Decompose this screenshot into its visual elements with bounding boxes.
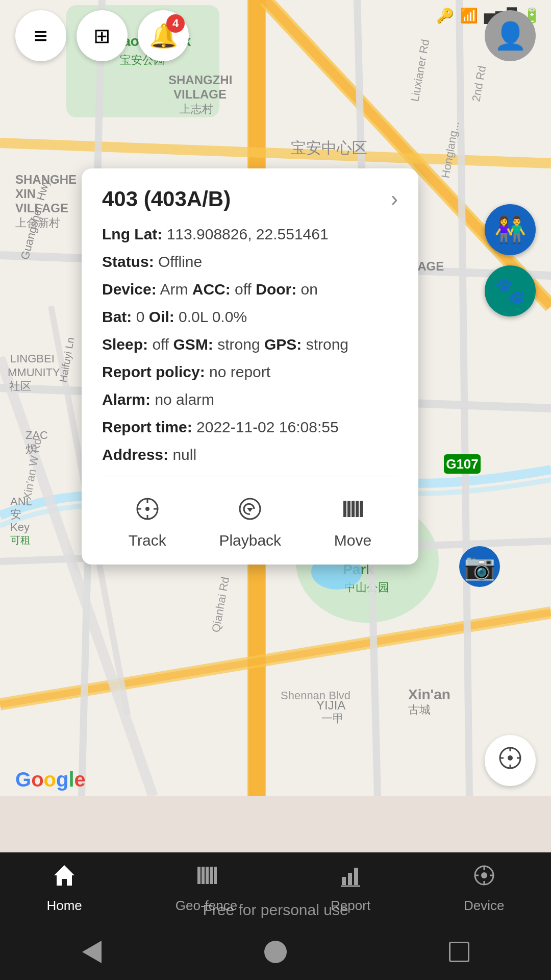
svg-text:XIN: XIN — [15, 187, 36, 201]
lng-lat-value: 113.908826, 22.551461 — [167, 226, 329, 242]
svg-rect-73 — [356, 501, 359, 517]
svg-rect-88 — [348, 873, 352, 885]
status-label: Status: — [102, 253, 154, 270]
bat-label: Bat: — [102, 308, 132, 325]
svg-marker-69 — [247, 508, 253, 512]
report-policy-value: no report — [209, 363, 270, 380]
home-label: Home — [46, 898, 82, 914]
sleep-label: Sleep: — [102, 336, 148, 353]
svg-marker-81 — [54, 865, 74, 886]
svg-rect-89 — [354, 868, 358, 885]
bottom-navigation: Home Geo-fence Report — [0, 852, 551, 924]
geofence-icon — [193, 863, 219, 894]
top-controls: ≡ ⊞ 🔔 4 👤 — [0, 10, 551, 61]
nav-home-button[interactable]: Home — [36, 857, 92, 919]
report-time-value: 2022-11-02 16:08:55 — [196, 419, 339, 435]
report-label: Report — [331, 898, 370, 914]
svg-text:SHANGHE: SHANGHE — [15, 173, 77, 186]
svg-rect-70 — [343, 501, 346, 517]
card-actions: Track Playback — [102, 486, 398, 554]
right-side-controls: 👫 🐾 — [485, 204, 536, 316]
track-icon — [135, 497, 160, 527]
bat-oil-row: Bat: 0 Oil: 0.0L 0.0% — [102, 306, 398, 328]
avatar-icon: 👤 — [494, 20, 527, 52]
svg-text:Key: Key — [10, 521, 30, 533]
nav-report-button[interactable]: Report — [320, 857, 381, 919]
info-card: 403 (403A/B) › Lng Lat: 113.908826, 22.5… — [82, 168, 418, 565]
device-value: Arm — [160, 281, 188, 298]
pet-tracking-button[interactable]: 🐾 — [485, 265, 536, 316]
svg-rect-84 — [206, 867, 209, 884]
avatar-button[interactable]: 👤 — [485, 10, 536, 61]
card-header: 403 (403A/B) › — [102, 187, 398, 211]
report-icon — [338, 863, 363, 894]
svg-text:SHANGZHI: SHANGZHI — [168, 73, 232, 87]
move-icon — [340, 497, 365, 527]
notification-badge: 4 — [166, 14, 185, 33]
move-button[interactable]: Move — [324, 492, 382, 554]
nav-device-button[interactable]: Device — [454, 857, 514, 919]
move-label: Move — [334, 532, 371, 549]
playback-label: Playback — [219, 532, 281, 549]
device-title: 403 (403A/B) — [102, 187, 231, 211]
acc-value: off — [235, 281, 252, 298]
nav-geofence-button[interactable]: Geo-fence — [165, 857, 247, 919]
back-button[interactable] — [77, 937, 107, 967]
google-logo: Google — [15, 768, 86, 791]
svg-text:MMUNITY: MMUNITY — [8, 366, 60, 379]
svg-text:ANL: ANL — [10, 495, 32, 508]
address-label: Address: — [102, 446, 168, 463]
svg-text:上合新村: 上合新村 — [15, 216, 60, 229]
system-navigation — [0, 924, 551, 980]
status-row: Status: Offline — [102, 251, 398, 273]
notification-button[interactable]: 🔔 4 — [138, 10, 189, 61]
gsm-label: GSM: — [173, 336, 213, 353]
status-value: Offline — [158, 253, 202, 270]
scan-button[interactable]: ⊞ — [77, 10, 128, 61]
svg-text:可租: 可租 — [10, 534, 31, 546]
svg-point-92 — [481, 872, 487, 878]
gps-label: GPS: — [264, 336, 302, 353]
track-button[interactable]: Track — [118, 492, 177, 554]
svg-rect-85 — [210, 867, 213, 884]
menu-button[interactable]: ≡ — [15, 10, 66, 61]
group-tracking-button[interactable]: 👫 — [485, 204, 536, 255]
alarm-value: no alarm — [155, 391, 214, 408]
svg-text:ZAC: ZAC — [26, 429, 48, 442]
home-icon — [52, 863, 77, 894]
bat-value: 0 — [136, 308, 145, 325]
playback-button[interactable]: Playback — [209, 492, 291, 554]
door-label: Door: — [256, 281, 296, 298]
svg-rect-82 — [197, 867, 201, 884]
home-system-button[interactable] — [260, 937, 291, 967]
svg-text:宝安中心区: 宝安中心区 — [291, 139, 367, 156]
svg-rect-72 — [352, 501, 355, 517]
acc-label: ACC: — [192, 281, 231, 298]
report-time-label: Report time: — [102, 419, 192, 435]
svg-text:炽: 炽 — [26, 443, 37, 455]
svg-text:安: 安 — [10, 508, 21, 521]
alarm-row: Alarm: no alarm — [102, 389, 398, 410]
lng-lat-label: Lng Lat: — [102, 226, 162, 242]
svg-text:上志村: 上志村 — [180, 103, 213, 115]
svg-text:VILLAGE: VILLAGE — [173, 87, 227, 101]
svg-text:G107: G107 — [446, 456, 479, 472]
svg-text:Xin'an: Xin'an — [408, 687, 450, 702]
location-button[interactable] — [485, 735, 536, 786]
card-arrow-icon[interactable]: › — [391, 187, 398, 211]
address-row: Address: null — [102, 444, 398, 465]
report-policy-label: Report policy: — [102, 363, 205, 380]
sleep-gsm-gps-row: Sleep: off GSM: strong GPS: strong — [102, 334, 398, 355]
playback-icon — [238, 497, 262, 527]
track-label: Track — [129, 532, 166, 549]
lng-lat-row: Lng Lat: 113.908826, 22.551461 — [102, 224, 398, 245]
recents-button[interactable] — [444, 937, 474, 967]
device-row: Device: Arm ACC: off Door: on — [102, 279, 398, 300]
scan-icon: ⊞ — [93, 24, 111, 47]
device-icon — [471, 863, 497, 894]
oil-value: 0.0L 0.0% — [179, 308, 247, 325]
oil-label: Oil: — [149, 308, 174, 325]
svg-point-76 — [508, 755, 513, 761]
group-icon: 👫 — [494, 215, 526, 244]
gsm-value: strong — [217, 336, 260, 353]
